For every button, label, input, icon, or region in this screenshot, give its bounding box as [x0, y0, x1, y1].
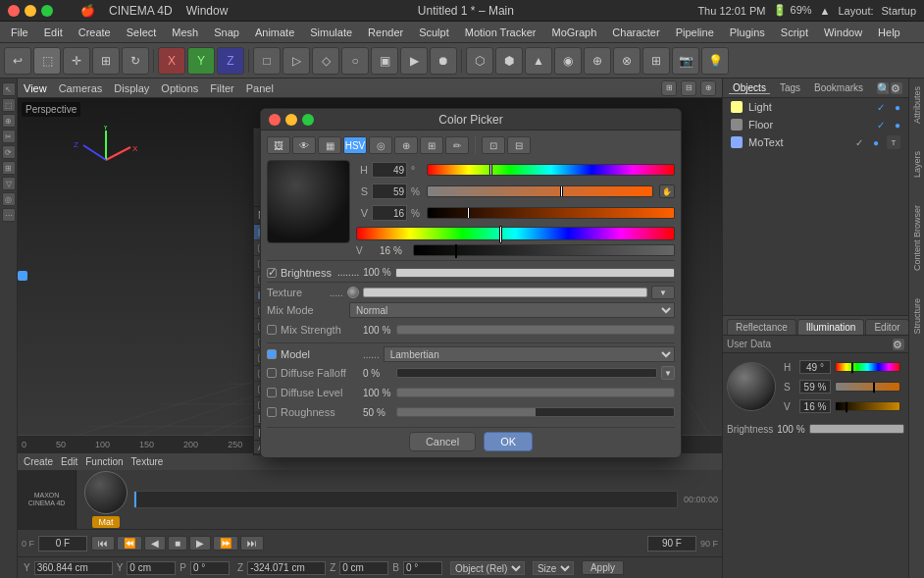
left-btn-9[interactable]: ⋯ [2, 208, 16, 222]
v-input-br[interactable] [799, 399, 831, 413]
btn-goto-start[interactable]: ⏮ [91, 536, 115, 551]
apple-menu[interactable]: 🍎 [75, 2, 101, 20]
tab-objects[interactable]: Objects [729, 82, 770, 94]
toolbar-geo4[interactable]: ◉ [554, 47, 582, 75]
menu-simulate[interactable]: Simulate [303, 25, 359, 40]
brightness-track[interactable] [395, 268, 675, 278]
texture-track[interactable] [363, 288, 647, 297]
v-slider-track[interactable] [427, 207, 675, 219]
toolbar-obj2[interactable]: ▷ [282, 47, 310, 75]
viewport-icon-3[interactable]: ⊕ [700, 80, 716, 96]
vtab-attributes[interactable]: Attributes [910, 82, 924, 128]
toolbar-scale[interactable]: ⊞ [92, 47, 120, 75]
coord-system-select[interactable]: Object (Rel) [450, 561, 525, 575]
motext-tag[interactable]: T [887, 135, 900, 149]
tab-extra2[interactable]: ⊟ [507, 136, 531, 154]
menu-mesh[interactable]: Mesh [165, 25, 205, 40]
h-slider-input[interactable] [372, 162, 407, 178]
model-check[interactable] [267, 349, 277, 359]
menu-snap[interactable]: Snap [207, 25, 246, 40]
toolbar-geo2[interactable]: ⬢ [495, 47, 523, 75]
tab-picker2[interactable]: ⊞ [420, 136, 443, 154]
toolbar-render-rgn[interactable]: ▣ [371, 47, 398, 75]
mix-strength-track[interactable] [396, 325, 675, 335]
left-btn-1[interactable]: ↖ [2, 82, 16, 96]
toolbar-geo5[interactable]: ⊕ [584, 47, 611, 75]
eyedropper-icon[interactable]: ✋ [659, 184, 675, 198]
btn-next-key[interactable]: ⏩ [213, 536, 238, 551]
b-input[interactable] [403, 561, 442, 575]
btn-goto-end[interactable]: ⏭ [240, 536, 264, 551]
left-btn-5[interactable]: ⟳ [2, 145, 16, 159]
menu-select[interactable]: Select [120, 25, 164, 40]
s-input-br[interactable] [799, 380, 831, 394]
btn-stop[interactable]: ■ [168, 536, 187, 551]
toolbar-obj3[interactable]: ◇ [312, 47, 339, 75]
toolbar-geo6[interactable]: ⊗ [613, 47, 641, 75]
object-item-motext[interactable]: MoText ✓ ● T [723, 133, 908, 151]
falloff-stepdown-icon[interactable]: ▼ [661, 366, 675, 380]
falloff-track[interactable] [396, 368, 657, 378]
timeline-track[interactable] [133, 491, 678, 508]
color-picker-dialog[interactable]: Color Picker 🖼 👁 ▦ HSV ◎ ⊕ ⊞ ✏ ⊡ ⊟ [260, 108, 682, 458]
toolbar-cam[interactable]: 📷 [672, 47, 699, 75]
tab-bookmarks[interactable]: Bookmarks [810, 82, 867, 93]
level-track[interactable] [396, 388, 675, 397]
spectrum-bar[interactable] [356, 227, 675, 240]
toolbar-geo7[interactable]: ⊞ [642, 47, 670, 75]
roughness-check[interactable] [267, 407, 277, 417]
roughness-track[interactable] [396, 407, 675, 417]
vtab-content[interactable]: Content Browser [910, 201, 924, 275]
menu-character[interactable]: Character [605, 25, 666, 40]
tab-hsv[interactable]: HSV [343, 136, 367, 154]
object-item-floor[interactable]: Floor ✓ ● [723, 116, 908, 133]
toolbar-z[interactable]: Z [217, 47, 244, 75]
left-btn-3[interactable]: ⊕ [2, 114, 16, 128]
left-btn-6[interactable]: ⊞ [2, 161, 16, 175]
y-offset-input[interactable] [127, 561, 176, 575]
menu-mograph[interactable]: MoGraph [544, 25, 603, 40]
viewport-tab-cameras[interactable]: Cameras [59, 82, 103, 94]
texture-btn[interactable]: ▼ [651, 286, 675, 299]
vtab-structure[interactable]: Structure [910, 294, 924, 339]
level-check[interactable] [267, 388, 277, 397]
viewport-tab-options[interactable]: Options [161, 82, 198, 94]
menu-file[interactable]: File [4, 25, 35, 40]
tab-pencil[interactable]: ✏ [445, 136, 469, 154]
h-slider-track[interactable] [427, 164, 675, 176]
toolbar-render[interactable]: ▶ [400, 47, 428, 75]
timeline-frame-input[interactable] [38, 536, 87, 552]
tab-picture[interactable]: 🖼 [267, 136, 290, 154]
window-menu[interactable]: Window [180, 2, 234, 20]
z-input[interactable] [247, 561, 326, 575]
tab-mix[interactable]: ⊕ [394, 136, 418, 154]
y-input[interactable] [34, 561, 113, 575]
toolbar-ipr[interactable]: ⏺ [430, 47, 457, 75]
viewport-tab-view[interactable]: View [24, 82, 47, 94]
left-btn-4[interactable]: ✂ [2, 130, 16, 143]
mix-strength-check[interactable] [267, 325, 277, 335]
z-offset-input[interactable] [339, 561, 388, 575]
viewport-tab-panel[interactable]: Panel [246, 82, 274, 94]
tab-grad[interactable]: ▦ [318, 136, 341, 154]
cancel-button[interactable]: Cancel [409, 432, 476, 451]
viewport-icon-1[interactable]: ⊞ [661, 80, 677, 96]
v-slider-input[interactable] [372, 205, 407, 221]
app-menu[interactable]: CINEMA 4D [103, 2, 179, 20]
toolbar-undo[interactable]: ↩ [4, 47, 31, 75]
toolbar-x[interactable]: X [158, 47, 185, 75]
tab-illumination[interactable]: Illumination [797, 319, 865, 335]
dialog-max[interactable] [302, 114, 314, 126]
minimize-button[interactable] [25, 5, 36, 17]
brightness-check[interactable]: ✓ [267, 268, 277, 278]
dialog-min[interactable] [285, 114, 297, 126]
menu-motion-tracker[interactable]: Motion Tracker [458, 25, 543, 40]
object-item-light[interactable]: Light ✓ ● [723, 98, 908, 116]
filter-icon[interactable]: ⚙ [891, 82, 902, 94]
tab-wheel[interactable]: ◎ [369, 136, 392, 154]
menu-edit[interactable]: Edit [37, 25, 70, 40]
toolbar-rotate[interactable]: ↻ [122, 47, 149, 75]
btn-play-back[interactable]: ◀ [144, 536, 166, 551]
toolbar-light[interactable]: 💡 [701, 47, 729, 75]
left-btn-8[interactable]: ◎ [2, 192, 16, 206]
